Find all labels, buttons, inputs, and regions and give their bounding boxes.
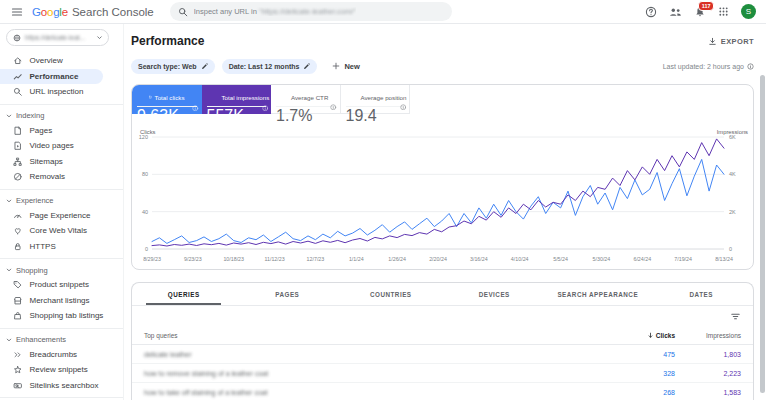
metric-tile-total-impressions[interactable]: Total impressions557K bbox=[202, 85, 272, 114]
sidebar-item-label: Pages bbox=[30, 126, 53, 135]
apps-grid-icon[interactable] bbox=[718, 6, 729, 17]
sidebar-item-pages[interactable]: Pages bbox=[0, 123, 123, 139]
checkbox-checked-icon[interactable] bbox=[149, 94, 152, 101]
removals-icon bbox=[13, 172, 23, 182]
sidebar-item-https[interactable]: HTTPS bbox=[0, 239, 123, 255]
sidebar-item-url-inspection[interactable]: URL inspection bbox=[0, 84, 123, 100]
pencil-icon bbox=[303, 63, 310, 70]
svg-text:9/23/23: 9/23/23 bbox=[184, 256, 202, 262]
table-row[interactable]: how to take off staining of a leather co… bbox=[132, 383, 753, 400]
sidebar-item-label: Review snippets bbox=[30, 365, 88, 374]
svg-text:10/18/23: 10/18/23 bbox=[223, 256, 244, 262]
date-chip-label: Date: Last 12 months bbox=[229, 63, 300, 70]
chevron-down-icon bbox=[5, 197, 13, 205]
left-axis-label: Clicks bbox=[140, 129, 155, 135]
vertical-scrollbar[interactable] bbox=[760, 75, 765, 393]
url-inspection-input[interactable]: Inspect any URL in "https://delicate-lea… bbox=[170, 2, 452, 21]
column-impressions[interactable]: Impressions bbox=[675, 332, 741, 339]
info-icon[interactable] bbox=[400, 104, 407, 111]
sidebar-item-sitelinks-searchbox[interactable]: Sitelinks searchbox bbox=[0, 378, 123, 394]
sidebar-item-label: Performance bbox=[30, 72, 79, 81]
svg-text:7/19/24: 7/19/24 bbox=[674, 256, 692, 262]
sidebar-item-breadcrumbs[interactable]: Breadcrumbs bbox=[0, 347, 123, 363]
sidebar: https://delicate-leat... OverviewPerform… bbox=[0, 24, 124, 400]
sidebar-item-label: Product snippets bbox=[30, 280, 90, 289]
sidebar-item-video-pages[interactable]: Video pages bbox=[0, 138, 123, 154]
menu-icon[interactable] bbox=[6, 1, 28, 23]
sidebar-item-shopping-tab-listings[interactable]: Shopping tab listings bbox=[0, 308, 123, 324]
sidebar-item-page-experience[interactable]: Page Experience bbox=[0, 208, 123, 224]
metric-tile-average-ctr[interactable]: Average CTR1.7% bbox=[271, 85, 341, 114]
table-row[interactable]: how to remove staining of a leather coat… bbox=[132, 364, 753, 383]
download-icon bbox=[708, 37, 717, 46]
tab-pages[interactable]: PAGES bbox=[236, 283, 340, 305]
sidebar-item-merchant-listings[interactable]: Merchant listings bbox=[0, 293, 123, 309]
help-icon[interactable] bbox=[645, 6, 657, 18]
sidebar-section-experience: ExperiencePage ExperienceCore Web Vitals… bbox=[0, 189, 123, 255]
svg-text:2K: 2K bbox=[729, 209, 736, 215]
logo-letter: e bbox=[62, 6, 68, 18]
sidebar-item-label: HTTPS bbox=[30, 242, 56, 251]
query-cell[interactable]: how to remove staining of a leather coat bbox=[144, 370, 605, 377]
search-placeholder-url: "https://delicate-leather.com/" bbox=[259, 7, 356, 16]
metric-tile-average-position[interactable]: Average position19.4 bbox=[341, 85, 411, 114]
performance-line-chart[interactable]: 00402K804K1206K8/29/239/23/2310/18/2311/… bbox=[132, 125, 754, 265]
sidebar-item-label: Shopping tab listings bbox=[30, 311, 104, 320]
clicks-cell: 328 bbox=[605, 370, 675, 377]
sitemap-icon bbox=[13, 157, 23, 167]
sort-arrow-icon bbox=[647, 332, 654, 339]
tab-countries[interactable]: COUNTRIES bbox=[339, 283, 443, 305]
performance-icon bbox=[13, 72, 23, 82]
sidebar-section-header-enhancements[interactable]: Enhancements bbox=[0, 333, 123, 347]
sidebar-item-product-snippets[interactable]: Product snippets bbox=[0, 277, 123, 293]
notifications-icon[interactable]: 117 bbox=[694, 6, 706, 18]
sidebar-item-core-web-vitals[interactable]: Core Web Vitals bbox=[0, 223, 123, 239]
chevron-down-icon bbox=[5, 266, 13, 274]
date-filter-chip[interactable]: Date: Last 12 months bbox=[222, 59, 318, 74]
sidebar-section-shopping: ShoppingProduct snippetsMerchant listing… bbox=[0, 258, 123, 324]
section-label: Indexing bbox=[16, 111, 44, 120]
info-icon[interactable] bbox=[747, 63, 754, 70]
table-row[interactable]: delicate leather4751,803 bbox=[132, 345, 753, 364]
search-type-filter-chip[interactable]: Search type: Web bbox=[131, 59, 215, 74]
tab-devices[interactable]: DEVICES bbox=[443, 283, 547, 305]
sidebar-section-header-experience[interactable]: Experience bbox=[0, 194, 123, 208]
chart-area[interactable]: Clicks Impressions 00402K804K1206K8/29/2… bbox=[132, 125, 753, 270]
sidebar-item-review-snippets[interactable]: Review snippets bbox=[0, 362, 123, 378]
sidebar-item-performance[interactable]: Performance bbox=[0, 69, 103, 85]
search-icon bbox=[178, 7, 188, 17]
info-icon[interactable] bbox=[330, 104, 337, 111]
svg-text:1/1/24: 1/1/24 bbox=[349, 256, 364, 262]
metric-tile-total-clicks[interactable]: Total clicks9.63K bbox=[132, 85, 202, 114]
export-button[interactable]: EXPORT bbox=[708, 37, 754, 46]
query-cell[interactable]: how to take off staining of a leather co… bbox=[144, 389, 605, 396]
info-icon[interactable] bbox=[262, 105, 269, 112]
users-icon[interactable] bbox=[669, 6, 682, 18]
tab-search-appearance[interactable]: SEARCH APPEARANCE bbox=[546, 283, 650, 305]
svg-text:40: 40 bbox=[142, 209, 148, 215]
tab-dates[interactable]: DATES bbox=[650, 283, 754, 305]
avatar[interactable]: S bbox=[741, 4, 756, 19]
svg-text:6/24/24: 6/24/24 bbox=[633, 256, 651, 262]
sidebar-item-sitemaps[interactable]: Sitemaps bbox=[0, 154, 123, 170]
sidebar-item-label: Removals bbox=[30, 172, 66, 181]
query-cell[interactable]: delicate leather bbox=[144, 351, 605, 358]
svg-text:8/29/23: 8/29/23 bbox=[143, 256, 161, 262]
google-logo: Google bbox=[32, 6, 68, 18]
sidebar-section-header-indexing[interactable]: Indexing bbox=[0, 109, 123, 123]
dimension-tabs: QUERIESPAGESCOUNTRIESDEVICESSEARCH APPEA… bbox=[132, 283, 753, 306]
sidebar-item-overview[interactable]: Overview bbox=[0, 53, 123, 69]
sidebar-section-header-shopping[interactable]: Shopping bbox=[0, 263, 123, 277]
metric-value: 557K bbox=[207, 107, 267, 125]
info-icon[interactable] bbox=[192, 105, 199, 112]
new-filter-button[interactable]: New bbox=[332, 62, 359, 71]
main-content: Performance EXPORT Search type: Web Date… bbox=[124, 24, 766, 400]
tab-queries[interactable]: QUERIES bbox=[132, 283, 236, 305]
filter-icon[interactable] bbox=[730, 311, 741, 322]
impressions-cell: 1,803 bbox=[675, 351, 741, 358]
sidebar-item-removals[interactable]: Removals bbox=[0, 169, 123, 185]
column-top-queries[interactable]: Top queries bbox=[144, 332, 605, 339]
property-selector[interactable]: https://delicate-leat... bbox=[6, 29, 109, 46]
column-clicks[interactable]: Clicks bbox=[605, 332, 675, 339]
gauge-icon bbox=[13, 211, 23, 221]
